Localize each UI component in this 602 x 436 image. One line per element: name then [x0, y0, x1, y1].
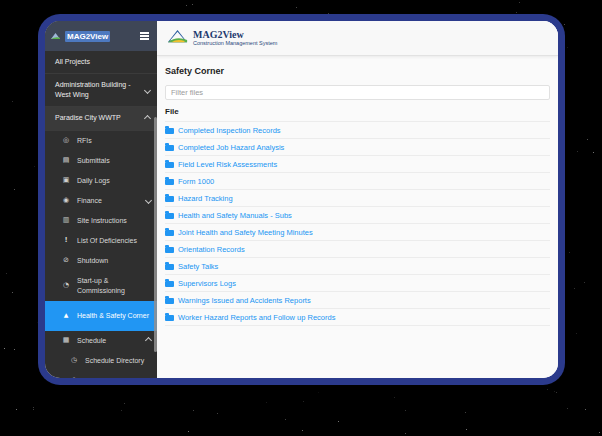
header-brand: MAG2View — [193, 29, 277, 40]
file-link[interactable]: Safety Talks — [178, 262, 218, 271]
chevron-up-icon — [144, 115, 151, 122]
screenshot-canvas: MAG2View All Projects Administration Bui… — [0, 0, 602, 436]
sidebar-item-submittals[interactable]: Submittals — [45, 151, 157, 171]
sidebar-scrollbar-thumb[interactable] — [154, 117, 157, 352]
shutdown-icon — [62, 257, 70, 264]
folder-icon — [165, 196, 174, 202]
file-link[interactable]: Health and Safety Manuals - Subs — [178, 211, 292, 220]
file-row[interactable]: Completed Inspection Records — [165, 121, 550, 138]
app-logo-icon — [51, 32, 61, 40]
sidebar-item-daily-logs[interactable]: Daily Logs — [45, 171, 157, 191]
file-link[interactable]: Orientation Records — [178, 245, 245, 254]
folder-icon — [165, 247, 174, 253]
header-logo-text: MAG2View Construction Management System — [193, 29, 277, 47]
sidebar-item-paradise-city-wwtp[interactable]: Paradise City WWTP — [45, 107, 157, 130]
sidebar-item-startup-commissioning[interactable]: Start-up & Commissioning — [45, 271, 157, 301]
site-instructions-icon — [62, 217, 70, 224]
content-panel: Safety Corner File Completed Inspection … — [157, 56, 558, 378]
sidebar-item-administration-building[interactable]: Administration Building - West Wing — [45, 74, 157, 107]
file-row[interactable]: Joint Health and Safety Meeting Minutes — [165, 223, 550, 240]
project-label: Paradise City WWTP — [55, 113, 121, 123]
file-row[interactable]: Warnings Issued and Accidents Reports — [165, 291, 550, 308]
file-link[interactable]: Joint Health and Safety Meeting Minutes — [178, 228, 313, 237]
sidebar-item-schedule-update[interactable]: Schedule Update — [45, 371, 157, 378]
deficiencies-icon — [62, 237, 70, 244]
chevron-down-icon — [144, 87, 151, 94]
sidebar-item-finance[interactable]: Finance — [45, 191, 157, 211]
file-link[interactable]: Worker Hazard Reports and Follow up Reco… — [178, 313, 335, 322]
sidebar-item-schedule[interactable]: Schedule — [45, 331, 157, 351]
app-header: MAG2View Construction Management System — [157, 21, 558, 56]
folder-icon — [165, 213, 174, 219]
file-row[interactable]: Form 1000 — [165, 172, 550, 189]
file-row[interactable]: Orientation Records — [165, 240, 550, 257]
mag2view-logo-icon — [167, 29, 188, 48]
sidebar-header: MAG2View — [45, 21, 157, 51]
project-list: All Projects Administration Building - W… — [45, 51, 157, 131]
file-link[interactable]: Form 1000 — [178, 177, 214, 186]
finance-icon — [62, 197, 70, 204]
folder-icon — [165, 315, 174, 321]
folder-icon — [165, 281, 174, 287]
file-row[interactable]: Worker Hazard Reports and Follow up Reco… — [165, 308, 550, 326]
folder-icon — [165, 264, 174, 270]
sidebar: MAG2View All Projects Administration Bui… — [45, 21, 157, 378]
page-title: Safety Corner — [165, 66, 550, 76]
sidebar-item-health-safety-corner[interactable]: Health & Safety Corner — [45, 301, 157, 331]
warning-triangle-icon — [62, 312, 70, 319]
submittals-icon — [62, 157, 70, 164]
folder-icon — [165, 230, 174, 236]
file-row[interactable]: Field Level Risk Assessments — [165, 155, 550, 172]
sidebar-item-rfis[interactable]: RFIs — [45, 131, 157, 151]
file-list: Completed Inspection Records Completed J… — [165, 121, 550, 326]
file-link[interactable]: Completed Inspection Records — [178, 126, 281, 135]
chevron-down-icon — [145, 197, 152, 204]
sidebar-item-schedule-directory[interactable]: Schedule Directory — [45, 351, 157, 371]
folder-icon — [165, 179, 174, 185]
folder-icon — [165, 128, 174, 134]
app-window: MAG2View All Projects Administration Bui… — [45, 21, 558, 378]
file-row[interactable]: Health and Safety Manuals - Subs — [165, 206, 550, 223]
chevron-up-icon — [145, 337, 152, 344]
daily-logs-icon — [62, 177, 70, 184]
sidebar-item-site-instructions[interactable]: Site Instructions — [45, 211, 157, 231]
file-link[interactable]: Completed Job Hazard Analysis — [178, 143, 284, 152]
sidebar-item-shutdown[interactable]: Shutdown — [45, 251, 157, 271]
project-label: All Projects — [55, 57, 90, 67]
file-row[interactable]: Supervisors Logs — [165, 274, 550, 291]
rfi-icon — [62, 137, 70, 144]
folder-icon — [165, 298, 174, 304]
schedule-icon — [62, 337, 70, 344]
header-tagline: Construction Management System — [193, 40, 277, 47]
file-link[interactable]: Hazard Tracking — [178, 194, 233, 203]
clock-icon — [70, 357, 78, 364]
clock-icon — [70, 377, 78, 378]
file-row[interactable]: Safety Talks — [165, 257, 550, 274]
filter-files-input[interactable] — [165, 85, 550, 100]
sidebar-item-all-projects[interactable]: All Projects — [45, 51, 157, 74]
file-link[interactable]: Field Level Risk Assessments — [178, 160, 277, 169]
project-label: Administration Building - West Wing — [55, 80, 141, 100]
folder-icon — [165, 162, 174, 168]
folder-icon — [165, 145, 174, 151]
sidebar-brand: MAG2View — [65, 31, 110, 42]
file-row[interactable]: Completed Job Hazard Analysis — [165, 138, 550, 155]
project-section-list: RFIs Submittals Daily Logs Finance — [45, 131, 157, 378]
main-area: MAG2View Construction Management System … — [157, 21, 558, 378]
file-row[interactable]: Hazard Tracking — [165, 189, 550, 206]
file-link[interactable]: Warnings Issued and Accidents Reports — [178, 296, 311, 305]
commissioning-icon — [62, 282, 70, 289]
browser-window-frame: MAG2View All Projects Administration Bui… — [38, 14, 565, 385]
hamburger-menu-icon[interactable] — [138, 29, 151, 44]
sidebar-item-list-of-deficiencies[interactable]: List Of Deficiencies — [45, 231, 157, 251]
file-column-header: File — [165, 100, 550, 121]
file-link[interactable]: Supervisors Logs — [178, 279, 236, 288]
